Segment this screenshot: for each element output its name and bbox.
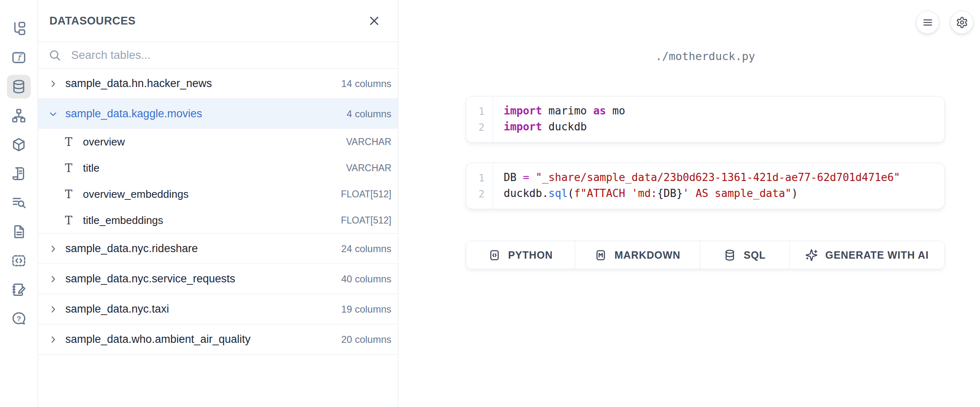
action-label: SQL — [743, 249, 766, 261]
database-icon — [723, 249, 736, 262]
sidebar-icon-rail: f ? — [0, 0, 38, 407]
snippets-icon[interactable] — [7, 249, 31, 273]
dependency-graph-icon[interactable] — [7, 104, 31, 127]
text-type-icon: T — [63, 214, 74, 227]
table-group: sample_data.nyc.taxi19 columns — [38, 294, 398, 324]
code-editor-content: DB = "_share/sample_data/23b0d623-1361-4… — [493, 163, 904, 209]
table-search-bar — [38, 42, 398, 69]
table-column-count: 24 columns — [341, 243, 391, 255]
close-icon — [368, 15, 380, 27]
search-icon — [49, 49, 61, 62]
column-row[interactable]: TtitleVARCHAR — [38, 155, 398, 181]
table-group: sample_data.hn.hacker_news14 columns — [38, 69, 398, 99]
column-type: FLOAT[512] — [341, 215, 391, 226]
table-name: sample_data.kaggle.movies — [65, 107, 202, 120]
table-name: sample_data.nyc.rideshare — [65, 242, 198, 255]
chevron-right-icon — [48, 79, 58, 89]
variables-icon[interactable]: f — [7, 46, 31, 69]
datasources-panel-header: DATASOURCES — [38, 0, 398, 42]
packages-icon[interactable] — [7, 133, 31, 157]
outline-icon[interactable] — [7, 162, 31, 186]
add-markdown-cell-button[interactable]: MARKDOWN — [575, 241, 700, 269]
column-name: overview_embeddings — [83, 188, 189, 201]
notebook-document: ./motherduck.py 12import marimo as moimp… — [466, 0, 945, 269]
table-column-count: 19 columns — [341, 304, 391, 315]
chevron-right-icon — [48, 274, 58, 284]
table-name: sample_data.who.ambient_air_quality — [65, 333, 250, 346]
file-explorer-icon[interactable] — [7, 17, 31, 40]
chevron-right-icon — [48, 335, 58, 344]
table-row[interactable]: sample_data.nyc.rideshare24 columns — [38, 234, 398, 264]
notebook-main-area: ./motherduck.py 12import marimo as moimp… — [398, 0, 980, 407]
chevron-right-icon — [48, 304, 58, 314]
table-row[interactable]: sample_data.kaggle.movies4 columns — [38, 99, 398, 129]
table-name: sample_data.nyc.service_requests — [65, 273, 235, 285]
action-label: PYTHON — [508, 249, 553, 261]
generate-with-ai-button[interactable]: GENERATE WITH AI — [790, 241, 944, 269]
datasources-panel: DATASOURCES sample_data.hn.hacker_news14… — [38, 0, 398, 407]
add-python-cell-button[interactable]: PYTHON — [466, 241, 575, 269]
chevron-right-icon — [48, 78, 58, 89]
code-cell-1[interactable]: 12import marimo as moimport duckdb — [466, 96, 945, 143]
column-row[interactable]: Ttitle_embeddingsFLOAT[512] — [38, 207, 398, 233]
chevron-right-icon — [48, 274, 58, 284]
settings-button[interactable] — [950, 11, 973, 34]
action-label: GENERATE WITH AI — [825, 249, 929, 261]
text-type-icon: T — [63, 136, 74, 148]
chevron-right-icon — [48, 304, 58, 315]
svg-text:f: f — [17, 53, 22, 63]
notebook-filename: ./motherduck.py — [466, 50, 945, 65]
svg-text:?: ? — [17, 315, 21, 323]
action-label: MARKDOWN — [614, 249, 680, 261]
panel-title: DATASOURCES — [49, 15, 136, 27]
close-panel-button[interactable] — [365, 12, 383, 30]
column-type: VARCHAR — [346, 163, 391, 174]
table-group: sample_data.nyc.rideshare24 columns — [38, 234, 398, 264]
table-group: sample_data.who.ambient_air_quality20 co… — [38, 324, 398, 355]
code-cell-2[interactable]: 12DB = "_share/sample_data/23b0d623-1361… — [466, 163, 945, 209]
text-type-icon: T — [63, 188, 74, 201]
line-numbers: 12 — [466, 96, 493, 142]
python-code-icon — [488, 249, 501, 262]
table-column-count: 20 columns — [341, 334, 391, 345]
table-row[interactable]: sample_data.hn.hacker_news14 columns — [38, 69, 398, 98]
tables-tree: sample_data.hn.hacker_news14 columnssamp… — [38, 69, 398, 355]
table-group: sample_data.kaggle.movies4 columnsToverv… — [38, 99, 398, 234]
table-name: sample_data.nyc.taxi — [65, 303, 169, 315]
column-row[interactable]: Toverview_embeddingsFLOAT[512] — [38, 181, 398, 207]
column-name: title_embeddings — [83, 214, 163, 227]
chevron-down-icon — [48, 109, 58, 119]
add-sql-cell-button[interactable]: SQL — [700, 241, 790, 269]
chevron-right-icon — [48, 334, 58, 345]
table-row[interactable]: sample_data.nyc.service_requests40 colum… — [38, 264, 398, 294]
chevron-right-icon — [48, 244, 58, 254]
markdown-icon — [594, 249, 607, 262]
datasources-icon[interactable] — [7, 75, 31, 98]
column-type: VARCHAR — [346, 136, 391, 148]
column-name: overview — [83, 136, 125, 148]
table-row[interactable]: sample_data.nyc.taxi19 columns — [38, 294, 398, 324]
text-type-icon: T — [63, 162, 74, 174]
documentation-icon[interactable] — [7, 220, 31, 244]
scratchpad-icon[interactable] — [7, 278, 31, 302]
search-input[interactable] — [71, 49, 388, 62]
code-editor-content: import marimo as moimport duckdb — [493, 96, 629, 142]
chevron-down-icon — [48, 109, 58, 119]
chevron-right-icon — [48, 244, 58, 254]
column-type: FLOAT[512] — [341, 189, 391, 200]
line-numbers: 12 — [466, 163, 493, 209]
sparkles-icon — [805, 249, 818, 262]
table-row[interactable]: sample_data.who.ambient_air_quality20 co… — [38, 324, 398, 354]
add-cell-actions: PYTHON MARKDOWN SQL GENERATE WITH AI — [466, 241, 945, 269]
table-name: sample_data.hn.hacker_news — [65, 77, 212, 90]
table-group: sample_data.nyc.service_requests40 colum… — [38, 264, 398, 294]
table-column-count: 14 columns — [341, 78, 391, 89]
table-column-count: 40 columns — [341, 273, 391, 285]
table-column-count: 4 columns — [347, 108, 391, 120]
gear-icon — [956, 16, 968, 29]
column-row[interactable]: ToverviewVARCHAR — [38, 129, 398, 155]
column-name: title — [83, 162, 99, 174]
logs-icon[interactable] — [7, 191, 31, 215]
help-icon[interactable]: ? — [7, 307, 31, 331]
